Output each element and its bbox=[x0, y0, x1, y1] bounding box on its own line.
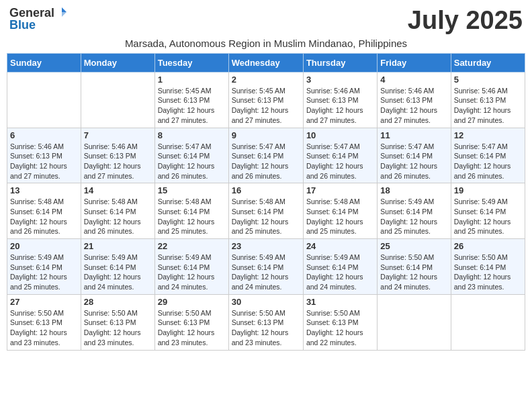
day-number: 27 bbox=[10, 297, 78, 307]
title-block: July 2025 bbox=[408, 7, 523, 35]
day-info: Sunrise: 5:50 AMSunset: 6:13 PMDaylight:… bbox=[232, 308, 300, 348]
day-info: Sunrise: 5:50 AMSunset: 6:13 PMDaylight:… bbox=[158, 308, 226, 348]
logo-blue-text: Blue bbox=[9, 19, 36, 31]
day-number: 7 bbox=[84, 130, 152, 140]
calendar-day-cell: 4Sunrise: 5:46 AMSunset: 6:13 PMDaylight… bbox=[378, 72, 451, 128]
day-number: 23 bbox=[232, 241, 300, 251]
day-info: Sunrise: 5:45 AMSunset: 6:13 PMDaylight:… bbox=[232, 86, 300, 126]
calendar-day-cell: 28Sunrise: 5:50 AMSunset: 6:13 PMDayligh… bbox=[81, 294, 154, 350]
weekday-header-wednesday: Wednesday bbox=[228, 53, 303, 72]
calendar-week-row: 1Sunrise: 5:45 AMSunset: 6:13 PMDaylight… bbox=[7, 72, 525, 128]
calendar-day-cell: 26Sunrise: 5:50 AMSunset: 6:14 PMDayligh… bbox=[451, 239, 525, 295]
day-number: 28 bbox=[84, 297, 152, 307]
calendar-day-cell: 8Sunrise: 5:47 AMSunset: 6:14 PMDaylight… bbox=[154, 128, 228, 183]
logo: General Blue bbox=[9, 7, 68, 31]
calendar-day-cell: 20Sunrise: 5:49 AMSunset: 6:14 PMDayligh… bbox=[7, 239, 81, 295]
day-number: 2 bbox=[232, 75, 300, 85]
day-number: 4 bbox=[380, 75, 447, 85]
logo-flag-icon bbox=[56, 6, 68, 18]
logo-general-text: General bbox=[9, 7, 54, 19]
calendar-day-cell: 3Sunrise: 5:46 AMSunset: 6:13 PMDaylight… bbox=[303, 72, 377, 128]
calendar-day-cell bbox=[378, 294, 451, 350]
weekday-header-saturday: Saturday bbox=[451, 53, 525, 72]
day-number: 18 bbox=[380, 185, 447, 195]
calendar-day-cell: 27Sunrise: 5:50 AMSunset: 6:13 PMDayligh… bbox=[7, 294, 81, 350]
day-number: 1 bbox=[158, 75, 226, 85]
calendar-day-cell: 9Sunrise: 5:47 AMSunset: 6:14 PMDaylight… bbox=[228, 128, 303, 183]
calendar-day-cell bbox=[451, 294, 525, 350]
day-info: Sunrise: 5:49 AMSunset: 6:14 PMDaylight:… bbox=[158, 253, 226, 292]
calendar-day-cell: 5Sunrise: 5:46 AMSunset: 6:13 PMDaylight… bbox=[451, 72, 525, 128]
calendar-day-cell: 18Sunrise: 5:49 AMSunset: 6:14 PMDayligh… bbox=[378, 183, 451, 239]
day-info: Sunrise: 5:47 AMSunset: 6:14 PMDaylight:… bbox=[454, 142, 522, 181]
calendar-week-row: 27Sunrise: 5:50 AMSunset: 6:13 PMDayligh… bbox=[7, 294, 525, 350]
day-info: Sunrise: 5:50 AMSunset: 6:14 PMDaylight:… bbox=[454, 253, 522, 292]
day-number: 24 bbox=[306, 241, 374, 251]
weekday-header-thursday: Thursday bbox=[303, 53, 377, 72]
day-info: Sunrise: 5:50 AMSunset: 6:13 PMDaylight:… bbox=[10, 308, 78, 348]
day-info: Sunrise: 5:46 AMSunset: 6:13 PMDaylight:… bbox=[454, 86, 522, 126]
calendar-day-cell: 30Sunrise: 5:50 AMSunset: 6:13 PMDayligh… bbox=[228, 294, 303, 350]
day-number: 21 bbox=[84, 241, 152, 251]
day-number: 20 bbox=[10, 241, 78, 251]
page-header: General Blue July 2025 bbox=[7, 7, 525, 35]
calendar-week-row: 6Sunrise: 5:46 AMSunset: 6:13 PMDaylight… bbox=[7, 128, 525, 183]
calendar-day-cell: 23Sunrise: 5:49 AMSunset: 6:14 PMDayligh… bbox=[228, 239, 303, 295]
calendar-day-cell: 24Sunrise: 5:49 AMSunset: 6:14 PMDayligh… bbox=[303, 239, 377, 295]
day-info: Sunrise: 5:48 AMSunset: 6:14 PMDaylight:… bbox=[10, 197, 78, 236]
calendar-day-cell: 1Sunrise: 5:45 AMSunset: 6:13 PMDaylight… bbox=[154, 72, 228, 128]
day-number: 26 bbox=[454, 241, 522, 251]
calendar-day-cell bbox=[81, 72, 154, 128]
day-info: Sunrise: 5:50 AMSunset: 6:13 PMDaylight:… bbox=[84, 308, 152, 348]
calendar-day-cell: 31Sunrise: 5:50 AMSunset: 6:13 PMDayligh… bbox=[303, 294, 377, 350]
day-info: Sunrise: 5:49 AMSunset: 6:14 PMDaylight:… bbox=[306, 253, 374, 292]
calendar-day-cell: 19Sunrise: 5:49 AMSunset: 6:14 PMDayligh… bbox=[451, 183, 525, 239]
calendar-day-cell: 16Sunrise: 5:48 AMSunset: 6:14 PMDayligh… bbox=[228, 183, 303, 239]
calendar-day-cell: 2Sunrise: 5:45 AMSunset: 6:13 PMDaylight… bbox=[228, 72, 303, 128]
calendar-day-cell: 25Sunrise: 5:50 AMSunset: 6:14 PMDayligh… bbox=[378, 239, 451, 295]
calendar-day-cell: 17Sunrise: 5:48 AMSunset: 6:14 PMDayligh… bbox=[303, 183, 377, 239]
day-info: Sunrise: 5:49 AMSunset: 6:14 PMDaylight:… bbox=[10, 253, 78, 292]
day-info: Sunrise: 5:48 AMSunset: 6:14 PMDaylight:… bbox=[232, 197, 300, 236]
day-info: Sunrise: 5:50 AMSunset: 6:13 PMDaylight:… bbox=[306, 308, 374, 348]
day-number: 13 bbox=[10, 185, 78, 195]
day-number: 19 bbox=[454, 185, 522, 195]
calendar-day-cell: 22Sunrise: 5:49 AMSunset: 6:14 PMDayligh… bbox=[154, 239, 228, 295]
day-info: Sunrise: 5:46 AMSunset: 6:13 PMDaylight:… bbox=[84, 142, 152, 181]
day-number: 6 bbox=[10, 130, 78, 140]
day-info: Sunrise: 5:45 AMSunset: 6:13 PMDaylight:… bbox=[158, 86, 226, 126]
day-number: 22 bbox=[158, 241, 226, 251]
day-number: 14 bbox=[84, 185, 152, 195]
calendar-day-cell: 6Sunrise: 5:46 AMSunset: 6:13 PMDaylight… bbox=[7, 128, 81, 183]
day-number: 31 bbox=[306, 297, 374, 307]
day-number: 8 bbox=[158, 130, 226, 140]
day-info: Sunrise: 5:46 AMSunset: 6:13 PMDaylight:… bbox=[380, 86, 447, 126]
day-number: 29 bbox=[158, 297, 226, 307]
day-number: 16 bbox=[232, 185, 300, 195]
day-info: Sunrise: 5:47 AMSunset: 6:14 PMDaylight:… bbox=[380, 142, 447, 181]
calendar-day-cell: 7Sunrise: 5:46 AMSunset: 6:13 PMDaylight… bbox=[81, 128, 154, 183]
weekday-header-friday: Friday bbox=[378, 53, 451, 72]
day-info: Sunrise: 5:49 AMSunset: 6:14 PMDaylight:… bbox=[380, 197, 447, 236]
svg-marker-0 bbox=[62, 7, 66, 12]
day-number: 15 bbox=[158, 185, 226, 195]
day-number: 11 bbox=[380, 130, 447, 140]
calendar-day-cell: 21Sunrise: 5:49 AMSunset: 6:14 PMDayligh… bbox=[81, 239, 154, 295]
day-info: Sunrise: 5:46 AMSunset: 6:13 PMDaylight:… bbox=[306, 86, 374, 126]
calendar-day-cell: 11Sunrise: 5:47 AMSunset: 6:14 PMDayligh… bbox=[378, 128, 451, 183]
day-info: Sunrise: 5:47 AMSunset: 6:14 PMDaylight:… bbox=[158, 142, 226, 181]
day-number: 3 bbox=[306, 75, 374, 85]
calendar-day-cell bbox=[7, 72, 81, 128]
day-number: 12 bbox=[454, 130, 522, 140]
day-info: Sunrise: 5:50 AMSunset: 6:14 PMDaylight:… bbox=[380, 253, 447, 292]
weekday-header-row: SundayMondayTuesdayWednesdayThursdayFrid… bbox=[7, 53, 525, 72]
day-info: Sunrise: 5:48 AMSunset: 6:14 PMDaylight:… bbox=[158, 197, 226, 236]
day-info: Sunrise: 5:48 AMSunset: 6:14 PMDaylight:… bbox=[84, 197, 152, 236]
month-title: July 2025 bbox=[408, 7, 523, 35]
day-number: 10 bbox=[306, 130, 374, 140]
calendar-week-row: 13Sunrise: 5:48 AMSunset: 6:14 PMDayligh… bbox=[7, 183, 525, 239]
location-title: Marsada, Autonomous Region in Muslim Min… bbox=[7, 38, 525, 49]
day-info: Sunrise: 5:48 AMSunset: 6:14 PMDaylight:… bbox=[306, 197, 374, 236]
weekday-header-tuesday: Tuesday bbox=[154, 53, 228, 72]
calendar-day-cell: 10Sunrise: 5:47 AMSunset: 6:14 PMDayligh… bbox=[303, 128, 377, 183]
